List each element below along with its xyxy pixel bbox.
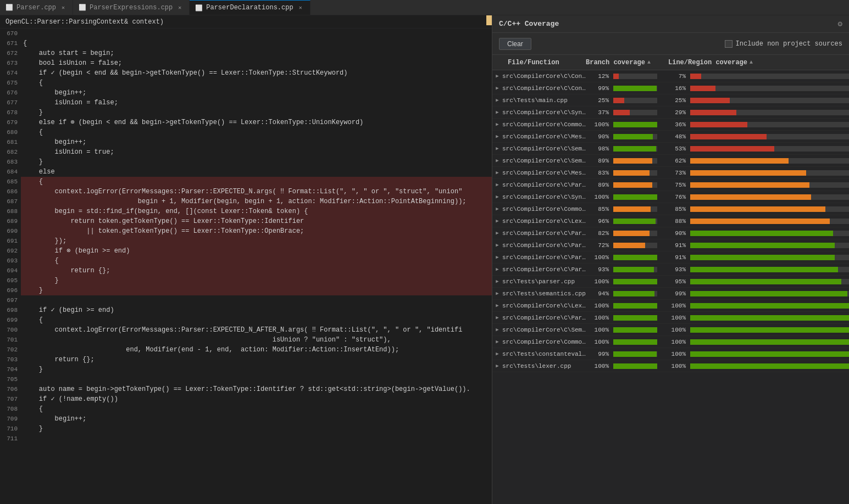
code-line: else bbox=[21, 167, 492, 177]
row-expand-icon[interactable]: ▶ bbox=[492, 133, 502, 139]
col-line-header[interactable]: Line/Region coverage ▲ bbox=[668, 59, 849, 66]
coverage-row[interactable]: ▶ src\CompilerCore\C\ParserUtil. 72% 91% bbox=[492, 239, 849, 251]
coverage-row[interactable]: ▶ src\CompilerCore\C\ConstantE 12% 7% bbox=[492, 70, 849, 82]
tab-parser-cpp-close[interactable]: ✕ bbox=[59, 4, 67, 12]
row-branch-pct: 100% bbox=[586, 339, 613, 345]
row-expand-icon[interactable]: ▶ bbox=[492, 145, 502, 152]
editor-breadcrumb: OpenCL::Parser::ParsingContext& context) bbox=[0, 15, 492, 29]
row-line-pct: 93% bbox=[663, 266, 690, 273]
coverage-row[interactable]: ▶ src\CompilerCore\Common\Ui 100% 100% bbox=[492, 336, 849, 348]
row-line-bar bbox=[690, 194, 849, 200]
code-line: return {}; bbox=[21, 355, 492, 365]
row-expand-icon[interactable]: ▶ bbox=[492, 230, 502, 236]
coverage-panel: C/C++ Coverage ⚙ Clear Include non proje… bbox=[492, 15, 849, 504]
coverage-row[interactable]: ▶ src\CompilerCore\C\Semantic/ 100% 100% bbox=[492, 324, 849, 336]
code-line: { bbox=[21, 256, 492, 266]
row-expand-icon[interactable]: ▶ bbox=[492, 290, 502, 296]
coverage-row[interactable]: ▶ src\CompilerCore\C\ParserExpri 82% 90% bbox=[492, 227, 849, 239]
line-number: 670 bbox=[0, 29, 18, 38]
row-expand-icon[interactable]: ▶ bbox=[492, 303, 502, 309]
row-expand-icon[interactable]: ▶ bbox=[492, 73, 502, 79]
coverage-row[interactable]: ▶ src\CompilerCore\C\Parser.hpp 100% 100… bbox=[492, 312, 849, 324]
line-number: 691 bbox=[0, 236, 18, 246]
coverage-row[interactable]: ▶ src\Tests\semantics.cpp 94% 99% bbox=[492, 288, 849, 300]
line-number: 704 bbox=[0, 365, 18, 374]
coverage-row[interactable]: ▶ src\CompilerCore\C\Message.h 90% 48% bbox=[492, 131, 849, 143]
row-line-bar bbox=[690, 146, 849, 152]
coverage-row[interactable]: ▶ src\CompilerCore\Common\Ex 85% 85% bbox=[492, 203, 849, 215]
row-expand-icon[interactable]: ▶ bbox=[492, 206, 502, 212]
line-number: 692 bbox=[0, 246, 18, 256]
include-non-project-checkbox[interactable] bbox=[725, 40, 733, 48]
coverage-row[interactable]: ▶ src\Tests\lexer.cpp 100% 100% bbox=[492, 360, 849, 372]
row-file-name: src\CompilerCore\C\Syntax.hpp bbox=[502, 109, 586, 116]
row-expand-icon[interactable]: ▶ bbox=[492, 218, 502, 224]
coverage-row[interactable]: ▶ src\CompilerCore\C\Semantic/ 89% 62% bbox=[492, 155, 849, 167]
row-expand-icon[interactable]: ▶ bbox=[492, 158, 502, 164]
line-number: 705 bbox=[0, 374, 18, 384]
coverage-row[interactable]: ▶ src\CompilerCore\C\Lexer.hpp 100% 100% bbox=[492, 300, 849, 312]
row-expand-icon[interactable]: ▶ bbox=[492, 327, 502, 333]
coverage-row[interactable]: ▶ src\CompilerCore\C\ParserDec 89% 75% bbox=[492, 179, 849, 191]
line-number: 700 bbox=[0, 325, 18, 335]
row-file-name: src\CompilerCore\Common\Ui bbox=[502, 121, 586, 128]
row-file-name: src\Tests\parser.cpp bbox=[502, 278, 586, 285]
cpp-file-icon: ⬜ bbox=[5, 4, 13, 11]
tab-parser-cpp[interactable]: ⬜ Parser.cpp ✕ bbox=[0, 0, 73, 15]
tab-parserexpressions-cpp[interactable]: ⬜ ParserExpressions.cpp ✕ bbox=[73, 0, 190, 15]
col-branch-header[interactable]: Branch coverage ▲ bbox=[586, 59, 668, 66]
coverage-row[interactable]: ▶ src\CompilerCore\C\Lexer.cpp 96% 88% bbox=[492, 215, 849, 227]
include-non-project-option: Include non project sources bbox=[725, 40, 842, 48]
code-area[interactable]: { auto start = begin; bool isUnion = fal… bbox=[21, 29, 492, 504]
row-file-name: src\CompilerCore\C\ConstantE bbox=[502, 73, 586, 80]
settings-icon[interactable]: ⚙ bbox=[838, 19, 842, 29]
line-number: 679 bbox=[0, 117, 18, 127]
coverage-row[interactable]: ▶ src\CompilerCore\C\ParserUtil. 100% 91… bbox=[492, 251, 849, 264]
coverage-row[interactable]: ▶ src\CompilerCore\C\Message.c 83% 73% bbox=[492, 167, 849, 179]
row-line-pct: 99% bbox=[663, 290, 690, 297]
code-line: context.logError(ErrorMessages::Parser::… bbox=[21, 325, 492, 335]
tab-parserexpressions-cpp-close[interactable]: ✕ bbox=[176, 4, 184, 12]
row-branch-bar bbox=[613, 255, 657, 260]
row-expand-icon[interactable]: ▶ bbox=[492, 339, 502, 345]
row-expand-icon[interactable]: ▶ bbox=[492, 278, 502, 284]
row-line-bar bbox=[690, 351, 849, 357]
coverage-row[interactable]: ▶ src\CompilerCore\C\Syntax.hpp 37% 29% bbox=[492, 107, 849, 119]
coverage-row[interactable]: ▶ src\CompilerCore\C\Syntax.cpp 100% 76% bbox=[492, 191, 849, 203]
coverage-row[interactable]: ▶ src\CompilerCore\C\ConstantE 99% 16% bbox=[492, 82, 849, 94]
row-expand-icon[interactable]: ▶ bbox=[492, 194, 502, 200]
row-expand-icon[interactable]: ▶ bbox=[492, 109, 502, 115]
coverage-row[interactable]: ▶ src\CompilerCore\Common\Ui 100% 36% bbox=[492, 119, 849, 131]
coverage-row[interactable]: ▶ src\CompilerCore\C\Parser.cpp 93% 93% bbox=[492, 264, 849, 276]
coverage-row[interactable]: ▶ src\Tests\constantevaluator.cpp 99% 10… bbox=[492, 348, 849, 360]
cpp-file-icon-2: ⬜ bbox=[79, 4, 86, 11]
row-expand-icon[interactable]: ▶ bbox=[492, 363, 502, 369]
row-expand-icon[interactable]: ▶ bbox=[492, 254, 502, 260]
row-expand-icon[interactable]: ▶ bbox=[492, 266, 502, 272]
row-expand-icon[interactable]: ▶ bbox=[492, 315, 502, 321]
tab-parserdeclarations-cpp[interactable]: ⬜ ParserDeclarations.cpp ✕ bbox=[190, 0, 310, 15]
code-line: return {}; bbox=[21, 266, 492, 276]
row-line-bar bbox=[690, 327, 849, 333]
row-expand-icon[interactable]: ▶ bbox=[492, 182, 502, 188]
row-expand-icon[interactable]: ▶ bbox=[492, 242, 502, 248]
row-expand-icon[interactable]: ▶ bbox=[492, 97, 502, 103]
row-expand-icon[interactable]: ▶ bbox=[492, 170, 502, 176]
tab-parserdeclarations-cpp-close[interactable]: ✕ bbox=[297, 4, 304, 12]
code-line: isUnion = true; bbox=[21, 147, 492, 157]
row-expand-icon[interactable]: ▶ bbox=[492, 351, 502, 357]
row-branch-pct: 72% bbox=[586, 242, 613, 249]
code-line: if ✓ (begin < end && begin->getTokenType… bbox=[21, 68, 492, 78]
coverage-row[interactable]: ▶ src\CompilerCore\C\Semantics 98% 53% bbox=[492, 143, 849, 155]
coverage-row[interactable]: ▶ src\Tests\main.cpp 25% 25% bbox=[492, 94, 849, 107]
coverage-row[interactable]: ▶ src\Tests\parser.cpp 100% 95% bbox=[492, 276, 849, 288]
row-file-name: src\CompilerCore\C\ParserUtil. bbox=[502, 242, 586, 249]
row-expand-icon[interactable]: ▶ bbox=[492, 85, 502, 91]
clear-button[interactable]: Clear bbox=[499, 38, 531, 50]
row-expand-icon[interactable]: ▶ bbox=[492, 121, 502, 127]
line-number: 683 bbox=[0, 157, 18, 167]
row-branch-pct: 100% bbox=[586, 278, 613, 285]
row-line-bar bbox=[690, 219, 849, 224]
coverage-columns-header: File/Function Branch coverage ▲ Line/Reg… bbox=[492, 55, 849, 70]
row-branch-pct: 37% bbox=[586, 109, 613, 116]
